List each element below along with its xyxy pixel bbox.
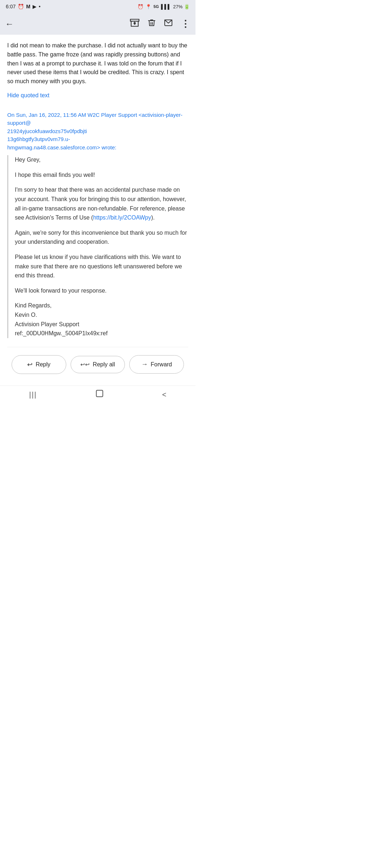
- quoted-body: Hey Grey, I hope this email finds you we…: [7, 155, 188, 338]
- status-left: 6:07 ⏰ M ▶ •: [6, 4, 41, 9]
- more-button[interactable]: ⋮: [181, 18, 190, 30]
- delete-button[interactable]: [147, 18, 156, 29]
- dot-icon: •: [39, 4, 41, 9]
- alarm-right-icon: ⏰: [138, 4, 143, 9]
- reply-button[interactable]: ↩ Reply: [12, 355, 66, 374]
- quoted-clarification: Please let us know if you have clarifica…: [15, 252, 188, 280]
- quoted-forward: We'll look forward to your response.: [15, 286, 188, 295]
- reply-all-icon: ↩↩: [80, 361, 90, 368]
- battery-display: 27% 🔋: [173, 4, 190, 9]
- alarm-icon: ⏰: [18, 4, 24, 9]
- forward-label: Forward: [151, 361, 172, 368]
- quoted-header: On Sun, Jan 16, 2022, 11:56 AM W2C Playe…: [7, 111, 188, 152]
- gmail-icon: M: [26, 4, 30, 9]
- quoted-opening: I hope this email finds you well!: [15, 170, 188, 180]
- quoted-signature: Kind Regards,Kevin O.Activision Player S…: [15, 301, 188, 338]
- reply-label: Reply: [35, 361, 50, 368]
- toolbar-actions: ⋮: [130, 18, 190, 30]
- email-user-text: I did not mean to make the purchase. I d…: [7, 41, 188, 86]
- email-top-content: I did not mean to make the purchase. I d…: [7, 41, 188, 86]
- quoted-email-link[interactable]: activision-player-support@21924yjucokfua…: [7, 112, 182, 150]
- email-toolbar: ← ⋮: [0, 13, 196, 35]
- action-bar: ↩ Reply ↩↩ Reply all → Forward: [7, 347, 188, 382]
- back-button[interactable]: ←: [5, 19, 14, 29]
- reply-all-label: Reply all: [93, 361, 115, 368]
- archive-button[interactable]: [130, 18, 139, 30]
- fiveg-icon: 5G: [154, 4, 159, 9]
- quoted-greeting: Hey Grey,: [15, 155, 188, 165]
- svg-rect-3: [96, 390, 103, 397]
- reply-icon: ↩: [27, 361, 33, 369]
- hide-quoted-text-link[interactable]: Hide quoted text: [7, 91, 50, 100]
- location-icon: 📍: [146, 4, 151, 9]
- nav-back-button[interactable]: <: [156, 389, 173, 400]
- forward-icon: →: [141, 361, 148, 368]
- status-right: ⏰ 📍 5G ▌▌▌ 27% 🔋: [138, 4, 190, 9]
- quoted-apology: Again, we're sorry for this inconvenienc…: [15, 228, 188, 247]
- svg-rect-0: [130, 19, 139, 21]
- terms-link[interactable]: https://bit.ly/2COAWpy: [93, 214, 151, 221]
- email-body: I did not mean to make the purchase. I d…: [0, 35, 196, 386]
- nav-home-button[interactable]: [89, 388, 110, 401]
- time-display: 6:07: [6, 4, 16, 9]
- quoted-sorry: I'm sorry to hear that there was an acci…: [15, 185, 188, 222]
- reply-all-button[interactable]: ↩↩ Reply all: [71, 356, 125, 373]
- status-bar: 6:07 ⏰ M ▶ • ⏰ 📍 5G ▌▌▌ 27% 🔋: [0, 0, 196, 13]
- play-icon: ▶: [33, 4, 37, 9]
- quoted-section: On Sun, Jan 16, 2022, 11:56 AM W2C Playe…: [7, 111, 188, 338]
- signal-icon: ▌▌▌: [161, 4, 171, 9]
- email-button[interactable]: [164, 18, 173, 29]
- forward-button[interactable]: → Forward: [129, 355, 184, 374]
- nav-bar: ||| <: [0, 386, 196, 405]
- nav-menu-button[interactable]: |||: [22, 389, 43, 400]
